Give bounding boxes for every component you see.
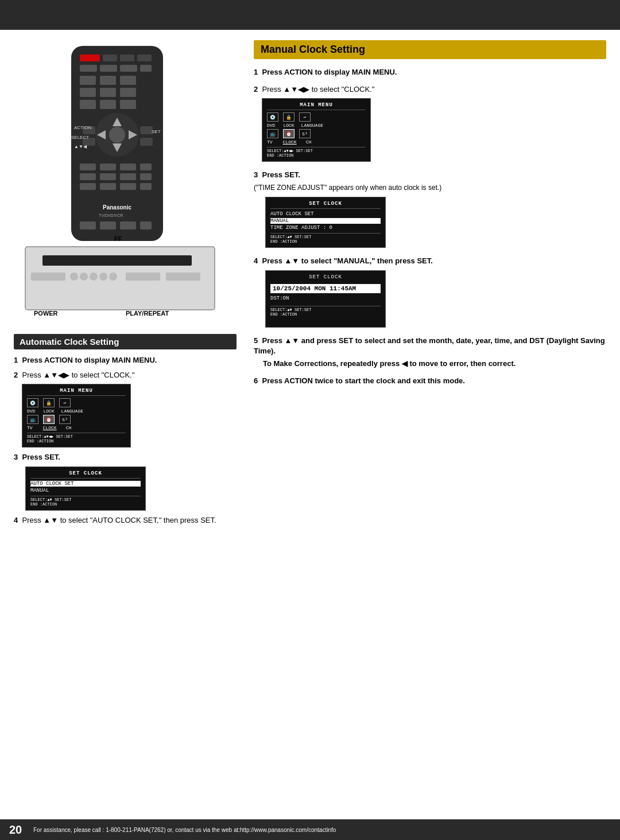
svg-text:FF: FF: [114, 235, 122, 242]
svg-text:ACTION: ACTION: [74, 125, 91, 130]
manual-step1: 1 Press ACTION to display MAIN MENU.: [254, 67, 606, 80]
auto-step2-num: 2: [14, 371, 18, 379]
content-row: ACTION SELECT SET ▲▼◀: [0, 30, 620, 840]
manual-item-auto: AUTO CLOCK SET: [270, 211, 381, 217]
page-wrapper: ACTION SELECT SET ▲▼◀: [0, 0, 620, 840]
svg-rect-2: [103, 55, 117, 61]
svg-rect-47: [100, 221, 116, 230]
manual-menu-labels1: DVD LOCK LANGUAGE: [267, 123, 366, 128]
manual-step6-text: 6 Press ACTION twice to start the clock …: [254, 376, 606, 386]
page-number: 20: [9, 823, 26, 837]
auto-menu-footer: SELECT:▲▼◀▶ SET:SET END :ACTION: [27, 433, 126, 444]
manual-menu-dvd-icon: 💿: [267, 112, 278, 122]
manual-step1-text: 1 Press ACTION to display MAIN MENU.: [254, 67, 606, 77]
footer-help-text: For assistance, please call : 1-800-211-…: [33, 827, 336, 833]
svg-rect-5: [80, 65, 97, 72]
auto-step1-num: 1: [14, 356, 18, 364]
svg-text:PLAY/REPEAT: PLAY/REPEAT: [126, 310, 169, 317]
svg-rect-41: [100, 183, 116, 190]
manual-step3-bold: Press SET.: [262, 170, 300, 179]
svg-point-56: [99, 273, 107, 281]
svg-rect-49: [140, 221, 152, 230]
auto-menu-labels1: DVD LOCK LANGUAGE: [27, 409, 126, 414]
svg-rect-48: [120, 221, 136, 230]
manual-menu-row1: 💿 🔒 ↩: [267, 112, 366, 122]
svg-rect-51: [42, 255, 192, 266]
svg-rect-40: [80, 183, 96, 190]
manual-step3-num: 3: [254, 170, 258, 179]
manual-step5-text: 5 Press ▲▼ and press SET to select and s…: [254, 336, 606, 356]
auto-step4: 4 Press ▲▼ to select "AUTO CLOCK SET," t…: [14, 515, 237, 526]
manual-menu-lock-icon: 🔒: [283, 112, 294, 122]
manual-step2: 2 Press ▲▼◀▶ to select "CLOCK." MAIN MEN…: [254, 84, 606, 165]
svg-rect-46: [80, 221, 96, 230]
manual-step5-desc: Press ▲▼ and press SET to select and set…: [254, 336, 605, 355]
svg-rect-39: [140, 173, 152, 180]
manual-step5b-corrections: To Make Corrections, repeatedly press ◀ …: [263, 359, 516, 368]
auto-menu-row2: 📺 ⏰ 5³: [27, 415, 126, 424]
manual-step1-bold: Press ACTION to display MAIN MENU.: [262, 68, 397, 76]
manual-menu-footer: SELECT:▲▼◀▶ SET:SET END :ACTION: [267, 147, 366, 158]
svg-point-55: [90, 273, 98, 281]
svg-rect-4: [137, 55, 152, 61]
svg-rect-13: [100, 88, 116, 97]
auto-set-clock-screen: SET CLOCK AUTO CLOCK SET MANUAL SELECT:▲…: [25, 466, 146, 511]
left-column: ACTION SELECT SET ▲▼◀: [0, 30, 247, 840]
manual-step6: 6 Press ACTION twice to start the clock …: [254, 376, 606, 388]
auto-step3-bold: Press SET.: [22, 453, 60, 461]
auto-menu-ch-icon: 5³: [59, 415, 71, 424]
svg-rect-15: [80, 100, 96, 109]
auto-set-clock-footer: SELECT:▲▼ SET:SET END :ACTION: [30, 496, 141, 507]
svg-rect-34: [120, 164, 136, 170]
svg-rect-37: [100, 173, 116, 180]
svg-rect-6: [100, 65, 117, 72]
svg-rect-14: [120, 88, 136, 97]
svg-point-54: [80, 273, 88, 281]
auto-set-clock-title: SET CLOCK: [30, 470, 141, 479]
svg-rect-27: [140, 138, 153, 146]
auto-clock-section: Automatic Clock Setting 1 Press ACTION t…: [14, 334, 237, 530]
auto-clock-item-manual: MANUAL: [30, 488, 141, 493]
manual-menu-lang-icon: ↩: [299, 112, 311, 122]
svg-rect-59: [166, 273, 200, 281]
svg-rect-3: [120, 55, 134, 61]
auto-step1-text: 1 Press ACTION to display MAIN MENU.: [14, 355, 237, 365]
manual-step4-num: 4: [254, 256, 258, 265]
auto-menu-clock-icon: ⏰: [43, 415, 55, 424]
auto-menu-tv-icon: 📺: [27, 415, 38, 424]
svg-text:SELECT: SELECT: [71, 135, 89, 140]
svg-text:TV/DVD/VCR: TV/DVD/VCR: [99, 213, 123, 217]
manual-step3: 3 Press SET. ("TIME ZONE ADJUST" appears…: [254, 170, 606, 251]
manual-step3-text: 3 Press SET.: [254, 170, 606, 180]
svg-rect-35: [140, 164, 152, 170]
auto-step2: 2 Press ▲▼◀▶ to select "CLOCK." MAIN MEN…: [14, 370, 237, 448]
manual-set-clock-screen: SET CLOCK AUTO CLOCK SET MANUAL TIME ZON…: [265, 197, 386, 248]
svg-rect-43: [140, 183, 152, 190]
auto-menu-labels2: TV CLOCK CH: [27, 425, 126, 430]
manual-set-clock-title: SET CLOCK: [270, 201, 381, 209]
manual-clock-heading: Manual Clock Setting: [254, 40, 606, 59]
manual-datetime-title: SET CLOCK: [270, 274, 381, 282]
svg-rect-42: [120, 183, 136, 190]
manual-step6-desc: Press ACTION twice to start the clock an…: [262, 376, 465, 385]
svg-rect-25: [140, 126, 153, 134]
svg-rect-52: [31, 273, 65, 281]
manual-menu-tv-icon: 📺: [267, 129, 278, 138]
svg-rect-7: [120, 65, 137, 72]
auto-step3-num: 3: [14, 453, 18, 461]
svg-text:▲▼◀: ▲▼◀: [74, 144, 87, 149]
manual-step1-num: 1: [254, 68, 258, 76]
svg-rect-9: [80, 76, 96, 85]
manual-datetime-footer: SELECT:▲▼ SET:SET END :ACTION: [270, 306, 381, 317]
auto-menu-lang-icon: ↩: [59, 398, 71, 407]
manual-step4-text: 4 Press ▲▼ to select "MANUAL," then pres…: [254, 256, 606, 266]
auto-step4-num: 4: [14, 516, 18, 524]
svg-rect-8: [140, 65, 152, 72]
auto-step1: 1 Press ACTION to display MAIN MENU.: [14, 355, 237, 365]
auto-step2-text: 2 Press ▲▼◀▶ to select "CLOCK.": [14, 370, 237, 380]
svg-text:POWER: POWER: [34, 310, 58, 317]
svg-rect-11: [120, 76, 136, 85]
manual-main-menu-screen: MAIN MENU 💿 🔒 ↩ DVD LOCK LANGUAGE 📺 ⏰: [262, 98, 371, 162]
manual-step2-text: 2 Press ▲▼◀▶ to select "CLOCK.": [254, 84, 606, 95]
svg-rect-12: [80, 88, 96, 97]
